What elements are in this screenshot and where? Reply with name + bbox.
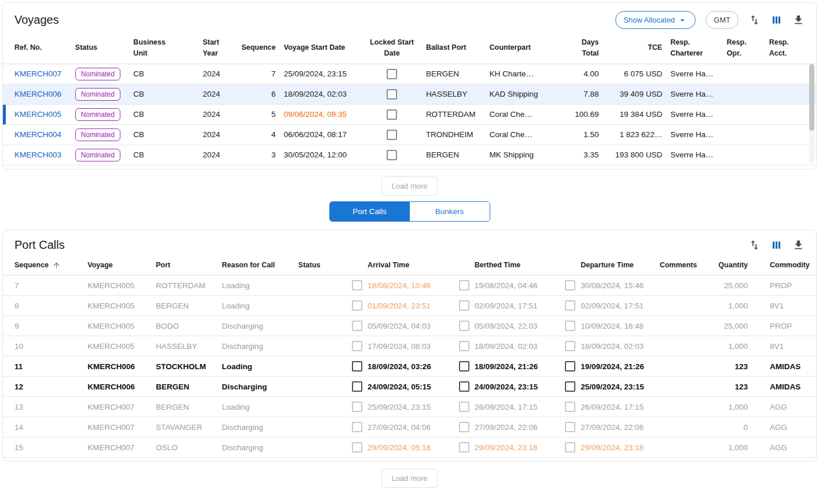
show-allocated-dropdown[interactable]: Show Allocated xyxy=(615,11,696,29)
counterpart-cell: Coral Che… xyxy=(490,104,561,124)
berthed-time-checkbox[interactable] xyxy=(459,381,469,392)
columns-icon[interactable] xyxy=(770,14,783,26)
berthed-time-checkbox[interactable] xyxy=(459,321,469,331)
locked-start-date-checkbox[interactable] xyxy=(387,69,397,79)
locked-start-date-checkbox[interactable] xyxy=(387,89,397,100)
voyage-ref-link[interactable]: KMERCH003 xyxy=(14,150,61,159)
col-sequence[interactable]: Sequence xyxy=(3,256,87,275)
voyage-row[interactable]: KMERCH004 Nominated CB 2024 4 06/06/2024… xyxy=(3,124,816,145)
port-call-row[interactable]: 12 KMERCH006 BERGEN Discharging 24/09/20… xyxy=(3,377,816,397)
col-resp-acct[interactable]: Resp. Acct. xyxy=(769,34,816,64)
download-icon[interactable] xyxy=(792,14,805,26)
col-quantity[interactable]: Quantity xyxy=(712,256,756,275)
col-tce[interactable]: TCE xyxy=(607,34,671,64)
timezone-button[interactable]: GMT xyxy=(706,11,739,29)
arrival-time-checkbox[interactable] xyxy=(352,300,362,311)
departure-time-checkbox[interactable] xyxy=(565,321,575,331)
col-start-year[interactable]: Start Year xyxy=(203,34,237,64)
reason-cell: Discharging xyxy=(222,336,298,356)
voyages-load-more-button[interactable]: Load more xyxy=(381,176,437,196)
arrival-time-checkbox[interactable] xyxy=(352,402,362,412)
port-call-row[interactable]: 15 KMERCH007 OSLO Discharging 29/09/2024… xyxy=(3,437,816,458)
sort-icon[interactable] xyxy=(748,14,761,26)
berthed-time-checkbox[interactable] xyxy=(459,402,469,412)
berthed-time-checkbox[interactable] xyxy=(459,300,469,311)
ballast-port-cell: BERGEN xyxy=(426,145,490,165)
berthed-time-checkbox[interactable] xyxy=(459,422,469,432)
col-business-unit[interactable]: Business Unit xyxy=(133,34,203,64)
tab-bunkers[interactable]: Bunkers xyxy=(410,202,490,221)
departure-time-checkbox[interactable] xyxy=(565,361,575,371)
voyage-ref-link[interactable]: KMERCH005 xyxy=(14,110,61,119)
departure-time-checkbox[interactable] xyxy=(565,422,575,432)
col-port[interactable]: Port xyxy=(156,256,222,275)
col-comments[interactable]: Comments xyxy=(660,256,713,275)
col-ref-no[interactable]: Ref. No. xyxy=(3,34,75,64)
departure-time-checkbox[interactable] xyxy=(565,300,575,311)
port-call-row[interactable]: 9 KMERCH005 BODO Discharging 05/09/2024,… xyxy=(3,316,816,336)
voyage-row[interactable]: KMERCH007 Nominated CB 2024 7 25/09/2024… xyxy=(3,64,816,84)
arrival-time-checkbox[interactable] xyxy=(352,341,362,351)
col-counterpart[interactable]: Counterpart xyxy=(490,34,561,64)
port-call-row[interactable]: 10 KMERCH005 HASSELBY Discharging 17/09/… xyxy=(3,336,816,356)
arrival-time-checkbox[interactable] xyxy=(352,280,362,290)
col-berthed-time[interactable]: Berthed Time xyxy=(459,256,565,275)
port-calls-header: Port Calls xyxy=(3,230,816,256)
sequence-cell: 10 xyxy=(3,336,87,356)
download-icon[interactable] xyxy=(792,239,805,251)
arrival-time-checkbox[interactable] xyxy=(352,321,362,331)
col-arrival-time[interactable]: Arrival Time xyxy=(352,256,459,275)
locked-start-date-checkbox[interactable] xyxy=(387,150,397,160)
col-status[interactable]: Status xyxy=(75,34,134,64)
port-call-row[interactable]: 14 KMERCH007 STAVANGER Discharging 27/09… xyxy=(3,417,816,437)
locked-start-date-checkbox[interactable] xyxy=(387,109,397,120)
locked-start-date-checkbox[interactable] xyxy=(387,130,397,140)
departure-time-checkbox[interactable] xyxy=(565,381,575,392)
voyage-ref-link[interactable]: KMERCH006 xyxy=(14,90,61,98)
tce-cell: 19 384 USD xyxy=(607,104,671,124)
berthed-time-checkbox[interactable] xyxy=(459,361,469,371)
arrival-time-checkbox[interactable] xyxy=(352,361,362,371)
col-voyage-start-date[interactable]: Voyage Start Date xyxy=(284,34,366,64)
voyage-row[interactable]: KMERCH006 Nominated CB 2024 6 18/09/2024… xyxy=(3,84,816,104)
berthed-time-checkbox[interactable] xyxy=(459,442,469,453)
col-resp-opr[interactable]: Resp. Opr. xyxy=(727,34,769,64)
col-sequence[interactable]: Sequence xyxy=(237,34,284,64)
departure-time-checkbox[interactable] xyxy=(565,280,575,290)
resp-charterer-cell: Sverre Ha… xyxy=(670,104,726,124)
columns-icon[interactable] xyxy=(770,239,783,251)
arrival-time-text: 18/09/2024, 03:26 xyxy=(368,362,431,371)
tab-port-calls[interactable]: Port Calls xyxy=(330,202,410,221)
departure-time-cell: 29/09/2024, 23:18 xyxy=(565,437,659,458)
port-call-row[interactable]: 8 KMERCH005 BERGEN Loading 01/09/2024, 2… xyxy=(3,296,816,316)
arrival-time-checkbox[interactable] xyxy=(352,422,362,432)
departure-time-checkbox[interactable] xyxy=(565,442,575,453)
port-call-row[interactable]: 13 KMERCH007 BERGEN Loading 25/09/2024, … xyxy=(3,397,816,417)
arrival-time-cell: 27/09/2024, 04:06 xyxy=(352,417,459,437)
port-call-row[interactable]: 11 KMERCH006 STOCKHOLM Loading 18/09/202… xyxy=(3,356,816,377)
scrollbar-thumb[interactable] xyxy=(809,64,814,131)
col-reason-for-call[interactable]: Reason for Call xyxy=(222,256,298,275)
port-calls-load-more-button[interactable]: Load more xyxy=(381,469,437,488)
voyages-scrollbar[interactable] xyxy=(809,64,814,163)
col-resp-charterer[interactable]: Resp. Charterer xyxy=(670,34,726,64)
departure-time-checkbox[interactable] xyxy=(565,402,575,412)
voyage-row[interactable]: KMERCH005 Nominated CB 2024 5 09/06/2024… xyxy=(3,104,816,124)
col-ballast-port[interactable]: Ballast Port xyxy=(426,34,490,64)
departure-time-checkbox[interactable] xyxy=(565,341,575,351)
arrival-time-checkbox[interactable] xyxy=(352,381,362,392)
berthed-time-checkbox[interactable] xyxy=(459,341,469,351)
col-commodity[interactable]: Commodity xyxy=(756,256,816,275)
arrival-time-checkbox[interactable] xyxy=(352,442,362,453)
voyage-ref-link[interactable]: KMERCH007 xyxy=(14,69,61,78)
col-voyage[interactable]: Voyage xyxy=(87,256,156,275)
berthed-time-checkbox[interactable] xyxy=(459,280,469,290)
col-status[interactable]: Status xyxy=(298,256,352,275)
col-days-total[interactable]: Days Total xyxy=(561,34,607,64)
voyage-ref-link[interactable]: KMERCH004 xyxy=(14,130,61,139)
port-call-row[interactable]: 7 KMERCH005 ROTTERDAM Loading 18/08/2024… xyxy=(3,275,816,296)
voyage-row[interactable]: KMERCH003 Nominated CB 2024 3 30/05/2024… xyxy=(3,145,816,165)
col-locked-start-date[interactable]: Locked Start Date xyxy=(366,34,426,64)
col-departure-time[interactable]: Departure Time xyxy=(565,256,659,275)
sort-icon[interactable] xyxy=(748,239,761,251)
